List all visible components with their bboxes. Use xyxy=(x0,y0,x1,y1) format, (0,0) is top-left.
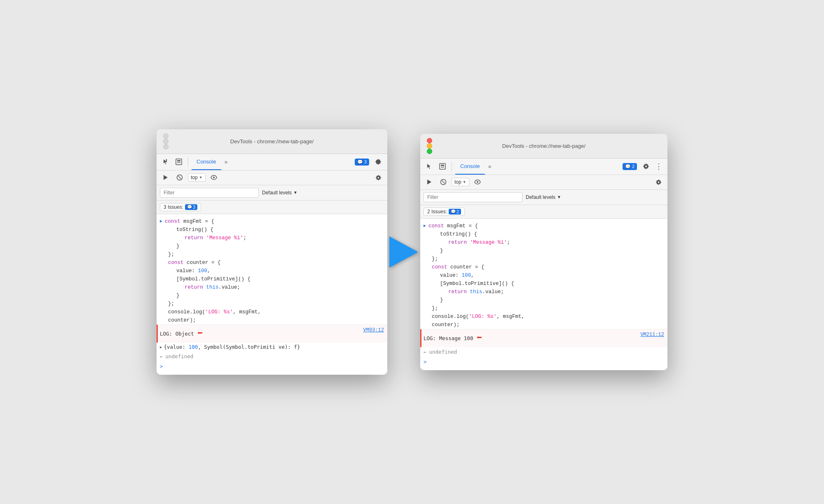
right-issues-bar: 2 Issues: 💬 2 xyxy=(420,205,667,219)
right-filter-bar: Default levels ▼ xyxy=(420,190,667,205)
right-traffic-lights xyxy=(427,138,432,154)
right-undefined-text: undefined xyxy=(429,348,457,356)
left-code-line-1: ▶ const msgFmt = { xyxy=(157,217,387,226)
right-badge-icon: 💬 xyxy=(625,164,631,169)
right-issues-badge[interactable]: 💬 2 xyxy=(623,163,637,170)
right-code-line-9: return this.value; xyxy=(420,288,667,296)
left-selector-chevron: ▼ xyxy=(199,175,203,180)
left-code-line-12: console.log('LOG: %s', msgFmt, xyxy=(157,308,387,316)
right-top-label: top xyxy=(454,179,461,185)
left-issues-bar: 3 Issues: 💬 3 xyxy=(157,201,387,214)
left-cursor-icon[interactable] xyxy=(160,156,171,168)
left-settings-icon[interactable] xyxy=(372,156,384,168)
left-code-line-8: [Symbol.toPrimitive]() { xyxy=(157,275,387,283)
left-badge-count: 3 xyxy=(364,159,367,164)
left-run-icon[interactable] xyxy=(160,172,171,183)
left-code-line-2: toString() { xyxy=(157,226,387,234)
svg-rect-9 xyxy=(441,165,444,166)
left-badge-icon: 💬 xyxy=(357,159,363,165)
right-code-line-11: }; xyxy=(420,304,667,313)
left-issues-badge[interactable]: 💬 3 xyxy=(355,159,369,166)
left-code-line-3: return 'Message %i'; xyxy=(157,234,387,242)
left-undefined-line: ← undefined xyxy=(157,352,387,362)
left-elements-icon[interactable] xyxy=(173,156,185,168)
right-settings-icon[interactable] xyxy=(640,161,652,172)
left-window-title: DevTools - chrome://new-tab-page/ xyxy=(230,138,314,145)
right-clear-icon[interactable] xyxy=(438,176,449,188)
right-expand-arrow[interactable]: ▶ xyxy=(424,223,426,229)
right-filter-input[interactable] xyxy=(424,192,522,202)
svg-point-7 xyxy=(213,177,215,178)
svg-rect-1 xyxy=(176,159,182,165)
right-elements-icon[interactable] xyxy=(437,161,448,172)
left-main-toolbar: Console » 💬 3 xyxy=(157,154,387,170)
left-context-selector[interactable]: top ▼ xyxy=(188,173,206,182)
right-code-line-3: return 'Message %i'; xyxy=(420,238,667,247)
left-expand-arrow[interactable]: ▶ xyxy=(160,218,162,225)
left-console-tab[interactable]: Console xyxy=(192,154,221,170)
left-settings-gear-icon[interactable] xyxy=(372,172,384,183)
right-context-selector[interactable]: top ▼ xyxy=(452,178,469,186)
left-eye-icon[interactable] xyxy=(208,172,220,183)
right-issues-button[interactable]: 2 Issues: 💬 2 xyxy=(424,208,465,216)
right-issues-count-badge: 💬 2 xyxy=(449,209,461,215)
right-code-line-10: } xyxy=(420,296,667,304)
left-obj-line: ▶ {value: 100, Symbol(Symbol.toPrimiti v… xyxy=(157,343,387,352)
left-filter-input[interactable] xyxy=(160,188,259,198)
left-code-line-4: } xyxy=(157,242,387,250)
right-code-line-1: ▶ const msgFmt = { xyxy=(420,222,667,230)
svg-rect-8 xyxy=(440,163,445,169)
transition-arrow xyxy=(389,236,418,268)
right-code-line-2: toString() { xyxy=(420,230,667,238)
right-maximize-button[interactable] xyxy=(427,149,432,154)
left-more-tabs[interactable]: » xyxy=(223,159,229,165)
left-clear-icon[interactable] xyxy=(174,172,185,183)
right-issues-count: 2 xyxy=(456,209,459,214)
left-issues-label: 3 Issues: xyxy=(164,204,183,210)
right-console-tab[interactable]: Console xyxy=(455,158,485,175)
svg-rect-2 xyxy=(177,160,180,161)
left-vm-ref[interactable]: VM93:12 xyxy=(363,327,384,334)
right-log-text: LOG: Message 100 xyxy=(424,334,473,343)
left-minimize-button[interactable] xyxy=(163,139,169,144)
right-settings-gear-icon[interactable] xyxy=(653,176,664,188)
left-close-button[interactable] xyxy=(163,133,169,139)
right-console-content: ▶ const msgFmt = { toString() { return '… xyxy=(420,219,667,370)
right-close-button[interactable] xyxy=(427,138,432,143)
right-prompt[interactable]: > xyxy=(420,357,667,367)
left-maximize-button[interactable] xyxy=(163,144,169,149)
left-obj-expand[interactable]: ▶ xyxy=(160,344,162,350)
right-code-line-13: counter); xyxy=(420,321,667,329)
right-log-output-line: LOG: Message 100 ⬅ VM211:12 xyxy=(420,329,667,347)
right-issues-label: 2 Issues: xyxy=(427,209,447,215)
right-run-icon[interactable] xyxy=(424,176,435,188)
right-cursor-icon[interactable] xyxy=(424,161,435,172)
svg-rect-3 xyxy=(177,162,180,163)
left-code-line-7: value: 100, xyxy=(157,267,387,275)
right-vm-ref[interactable]: VM211:12 xyxy=(640,331,664,339)
left-code-line-10: } xyxy=(157,292,387,300)
left-less-than: ← xyxy=(160,352,163,361)
right-minimize-button[interactable] xyxy=(427,143,432,149)
left-secondary-toolbar: top ▼ xyxy=(157,170,387,185)
left-log-output-line: LOG: Object ⬅ VM93:12 xyxy=(157,324,387,343)
left-log-text: LOG: Object xyxy=(160,330,194,338)
left-code-body-1: const msgFmt = { xyxy=(165,217,384,226)
svg-line-6 xyxy=(178,176,181,179)
left-issues-count: 3 xyxy=(193,205,195,210)
right-more-options[interactable]: ⋮ xyxy=(653,162,664,171)
left-issues-button[interactable]: 3 Issues: 💬 3 xyxy=(160,203,201,211)
left-prompt[interactable]: > xyxy=(157,362,387,371)
left-default-levels[interactable]: Default levels ▼ xyxy=(262,190,297,196)
right-code-line-8: [Symbol.toPrimitive]() { xyxy=(420,280,667,288)
svg-point-14 xyxy=(477,181,478,183)
right-default-levels[interactable]: Default levels ▼ xyxy=(526,194,561,200)
transition-arrow-container xyxy=(383,236,424,268)
right-selector-chevron: ▼ xyxy=(463,180,466,184)
left-code-line-5: }; xyxy=(157,250,387,259)
right-more-tabs[interactable]: » xyxy=(487,163,493,170)
right-eye-icon[interactable] xyxy=(472,176,483,188)
left-code-line-11: }; xyxy=(157,300,387,308)
left-top-label: top xyxy=(191,175,198,180)
left-filter-bar: Default levels ▼ xyxy=(157,185,387,201)
